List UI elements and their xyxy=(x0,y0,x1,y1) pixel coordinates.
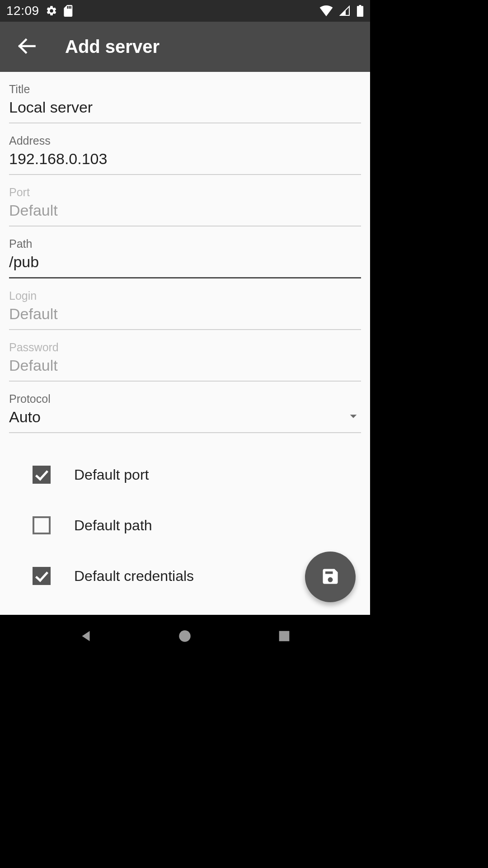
cell-signal-icon xyxy=(339,5,350,16)
save-icon xyxy=(320,566,340,588)
password-input xyxy=(9,356,361,381)
svg-rect-1 xyxy=(279,631,290,641)
chevron-down-icon xyxy=(348,411,358,423)
field-port: Port xyxy=(9,175,361,226)
page-title: Add server xyxy=(65,37,160,57)
field-password: Password xyxy=(9,330,361,382)
app-bar: Add server xyxy=(0,22,370,72)
gear-icon xyxy=(46,5,57,17)
nav-recent-button[interactable] xyxy=(270,622,299,651)
field-address-label: Address xyxy=(9,134,361,147)
triangle-back-icon xyxy=(78,628,94,645)
check-default-port-label: Default port xyxy=(74,467,149,483)
status-right xyxy=(319,5,364,17)
wifi-icon xyxy=(319,5,333,16)
arrow-left-icon xyxy=(17,37,36,57)
svg-point-0 xyxy=(179,630,191,642)
square-recent-icon xyxy=(277,628,292,645)
back-button[interactable] xyxy=(14,34,40,60)
field-login-label: Login xyxy=(9,289,361,302)
field-path-label: Path xyxy=(9,237,361,250)
field-login: Login xyxy=(9,278,361,330)
field-title-label: Title xyxy=(9,83,361,96)
title-input[interactable] xyxy=(9,98,361,123)
field-protocol[interactable]: Protocol Auto xyxy=(9,382,361,433)
check-default-port[interactable]: Default port xyxy=(33,449,361,500)
checkbox-icon xyxy=(33,567,51,585)
port-input xyxy=(9,201,361,226)
status-time: 12:09 xyxy=(6,4,39,18)
system-nav-bar xyxy=(0,615,370,658)
check-default-path-label: Default path xyxy=(74,517,152,534)
status-bar: 12:09 xyxy=(0,0,370,22)
status-left: 12:09 xyxy=(6,4,74,18)
save-button[interactable] xyxy=(305,552,356,602)
field-title: Title xyxy=(9,72,361,123)
field-port-label: Port xyxy=(9,186,361,199)
check-default-credentials-label: Default credentials xyxy=(74,568,194,585)
nav-home-button[interactable] xyxy=(170,622,199,651)
login-input xyxy=(9,304,361,329)
check-default-path[interactable]: Default path xyxy=(33,500,361,551)
field-protocol-label: Protocol xyxy=(9,392,361,406)
field-address: Address xyxy=(9,123,361,175)
circle-home-icon xyxy=(177,628,192,645)
protocol-value: Auto xyxy=(9,408,41,426)
field-path: Path xyxy=(9,226,361,278)
battery-icon xyxy=(357,5,364,17)
nav-back-button[interactable] xyxy=(71,622,100,651)
path-input[interactable] xyxy=(9,252,361,277)
checkbox-icon xyxy=(33,466,51,484)
address-input[interactable] xyxy=(9,149,361,174)
checkbox-icon xyxy=(33,516,51,534)
sd-card-icon xyxy=(64,5,74,17)
form-content: Title Address Port Path Login Password P… xyxy=(0,72,370,615)
field-password-label: Password xyxy=(9,341,361,354)
